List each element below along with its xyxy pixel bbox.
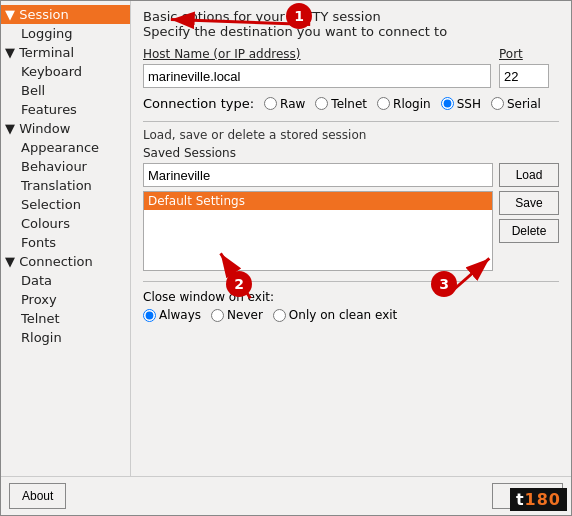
- sidebar-item-keyboard[interactable]: Keyboard: [1, 62, 130, 81]
- host-port-row: Host Name (or IP address) Port: [143, 47, 559, 88]
- session-name-input[interactable]: [143, 163, 493, 187]
- port-field: Port: [499, 47, 559, 88]
- sessions-area: Default Settings Load Save Delete: [143, 163, 559, 271]
- session-list[interactable]: Default Settings: [143, 191, 493, 271]
- sidebar-item-features[interactable]: Features: [1, 100, 130, 119]
- sidebar-item-window[interactable]: ▼ Window: [1, 119, 130, 138]
- radio-clean-input[interactable]: [273, 309, 286, 322]
- sidebar-item-colours[interactable]: Colours: [1, 214, 130, 233]
- connection-type-label: Connection type:: [143, 96, 254, 111]
- about-button[interactable]: About: [9, 483, 66, 509]
- port-label: Port: [499, 47, 559, 61]
- delete-button[interactable]: Delete: [499, 219, 559, 243]
- sidebar-item-fonts[interactable]: Fonts: [1, 233, 130, 252]
- close-options-group: Always Never Only on clean exit: [143, 308, 559, 322]
- main-panel: 1 2 3 Basic options for your PuTTY sessi…: [131, 1, 571, 476]
- sidebar-item-selection[interactable]: Selection: [1, 195, 130, 214]
- radio-always[interactable]: Always: [143, 308, 201, 322]
- sidebar-item-data[interactable]: Data: [1, 271, 130, 290]
- divider-2: [143, 281, 559, 282]
- sidebar-item-translation[interactable]: Translation: [1, 176, 130, 195]
- save-button[interactable]: Save: [499, 191, 559, 215]
- radio-raw-input[interactable]: [264, 97, 277, 110]
- radio-ssh-input[interactable]: [441, 97, 454, 110]
- bottom-bar: About Open t180: [1, 476, 571, 515]
- sidebar-item-appearance[interactable]: Appearance: [1, 138, 130, 157]
- sidebar-item-terminal[interactable]: ▼ Terminal: [1, 43, 130, 62]
- radio-raw[interactable]: Raw: [264, 97, 305, 111]
- session-list-item-default[interactable]: Default Settings: [144, 192, 492, 210]
- radio-rlogin-input[interactable]: [377, 97, 390, 110]
- radio-serial[interactable]: Serial: [491, 97, 541, 111]
- divider-1: [143, 121, 559, 122]
- sidebar-item-telnet[interactable]: Telnet: [1, 309, 130, 328]
- host-label: Host Name (or IP address): [143, 47, 491, 61]
- saved-sessions-label: Saved Sessions: [143, 146, 559, 160]
- session-section-label: Load, save or delete a stored session: [143, 128, 559, 142]
- putty-window: ▼ Session Logging ▼ Terminal Keyboard Be…: [0, 0, 572, 516]
- radio-telnet[interactable]: Telnet: [315, 97, 367, 111]
- sidebar-item-behaviour[interactable]: Behaviour: [1, 157, 130, 176]
- host-input[interactable]: [143, 64, 491, 88]
- radio-rlogin[interactable]: Rlogin: [377, 97, 431, 111]
- t180-t: t: [516, 490, 525, 509]
- radio-never[interactable]: Never: [211, 308, 263, 322]
- radio-never-input[interactable]: [211, 309, 224, 322]
- t180-badge: t180: [510, 488, 567, 511]
- panel-description: Basic options for your PuTTY session Spe…: [143, 9, 559, 39]
- main-content: ▼ Session Logging ▼ Terminal Keyboard Be…: [1, 1, 571, 476]
- close-window-row: Close window on exit: Always Never Only …: [143, 290, 559, 322]
- radio-serial-input[interactable]: [491, 97, 504, 110]
- sidebar-item-session[interactable]: ▼ Session: [1, 5, 130, 24]
- sidebar-item-logging[interactable]: Logging: [1, 24, 130, 43]
- sidebar-item-bell[interactable]: Bell: [1, 81, 130, 100]
- sidebar-item-connection[interactable]: ▼ Connection: [1, 252, 130, 271]
- connection-type-group: Connection type: Raw Telnet Rlogin SSH S…: [143, 96, 559, 111]
- sidebar: ▼ Session Logging ▼ Terminal Keyboard Be…: [1, 1, 131, 476]
- t180-number: 180: [525, 490, 561, 509]
- sessions-left: Default Settings: [143, 163, 493, 271]
- sidebar-item-proxy[interactable]: Proxy: [1, 290, 130, 309]
- radio-ssh[interactable]: SSH: [441, 97, 481, 111]
- sessions-right: Load Save Delete: [499, 163, 559, 271]
- close-window-label: Close window on exit:: [143, 290, 559, 304]
- host-field: Host Name (or IP address): [143, 47, 491, 88]
- sidebar-item-rlogin[interactable]: Rlogin: [1, 328, 130, 347]
- radio-telnet-input[interactable]: [315, 97, 328, 110]
- radio-clean[interactable]: Only on clean exit: [273, 308, 397, 322]
- port-input[interactable]: [499, 64, 549, 88]
- radio-always-input[interactable]: [143, 309, 156, 322]
- load-button[interactable]: Load: [499, 163, 559, 187]
